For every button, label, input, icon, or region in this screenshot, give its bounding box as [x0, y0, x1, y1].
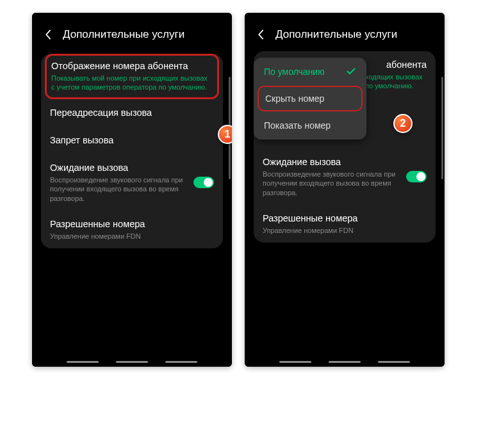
screen-right: Дополнительные услуги абонента ходящих в… — [245, 13, 445, 367]
fixed-item[interactable]: Разрешенные номера Управление номерами F… — [50, 211, 214, 248]
waiting-item[interactable]: Ожидание вызова Воспроизведение звуковог… — [263, 148, 427, 205]
back-icon[interactable] — [255, 29, 266, 40]
page-title: Дополнительные услуги — [63, 28, 184, 41]
forwarding-item[interactable]: Переадресация вызова — [50, 99, 214, 127]
nav-bar — [245, 361, 445, 363]
step-badge-1: 1 — [218, 125, 232, 144]
fixed-title: Разрешенные номера — [263, 212, 427, 225]
nav-recent[interactable] — [279, 361, 311, 363]
nav-back[interactable] — [165, 361, 197, 363]
nav-recent[interactable] — [67, 361, 99, 363]
header: Дополнительные услуги — [245, 13, 445, 51]
fixed-sub: Управление номерами FDN — [263, 226, 427, 235]
step-badge-2: 2 — [393, 114, 413, 133]
waiting-sub: Воспроизведение звукового сигнала при по… — [50, 175, 187, 203]
barring-item[interactable]: Запрет вызова — [50, 127, 214, 154]
caller-id-title: Отображение номера абонента — [51, 60, 213, 72]
waiting-toggle[interactable] — [406, 171, 427, 182]
popup-option-hide[interactable]: Скрыть номер — [258, 86, 363, 111]
caller-id-sub: Показывать мой номер при исходящих вызов… — [51, 74, 213, 92]
waiting-text: Ожидание вызова Воспроизведение звуковог… — [50, 162, 193, 203]
settings-panel: Отображение номера абонента Показывать м… — [41, 54, 223, 248]
waiting-title: Ожидание вызова — [50, 162, 187, 174]
check-icon — [346, 67, 356, 77]
caller-id-popup: По умолчанию Скрыть номер Показать номер — [254, 58, 366, 140]
popup-default-label: По умолчанию — [264, 67, 325, 77]
nav-home[interactable] — [116, 361, 148, 363]
waiting-toggle[interactable] — [193, 177, 214, 188]
phone-right: Дополнительные услуги абонента ходящих в… — [245, 13, 445, 367]
forwarding-title: Переадресация вызова — [50, 107, 214, 119]
content: Отображение номера абонента Показывать м… — [32, 54, 232, 248]
popup-hide-label: Скрыть номер — [265, 93, 324, 104]
popup-option-default[interactable]: По умолчанию — [254, 59, 366, 84]
waiting-item[interactable]: Ожидание вызова Воспроизведение звуковог… — [50, 154, 214, 211]
popup-show-label: Показать номер — [264, 120, 331, 131]
waiting-title: Ожидание вызова — [263, 156, 400, 168]
scrollbar[interactable] — [441, 77, 443, 179]
popup-option-show[interactable]: Показать номер — [254, 113, 366, 138]
waiting-sub: Воспроизведение звукового сигнала при по… — [263, 170, 400, 197]
nav-back[interactable] — [378, 361, 410, 363]
header: Дополнительные услуги — [32, 13, 232, 51]
caller-id-sub-partial: ходящих вызовах по умолчанию. — [365, 72, 427, 91]
caller-id-title-partial: абонента — [365, 59, 427, 71]
barring-title: Запрет вызова — [50, 134, 214, 147]
screen-left: Дополнительные услуги Отображение номера… — [32, 13, 232, 367]
fixed-title: Разрешенные номера — [50, 218, 214, 230]
back-icon[interactable] — [42, 29, 54, 40]
nav-home[interactable] — [329, 361, 361, 363]
phone-left: Дополнительные услуги Отображение номера… — [32, 13, 232, 367]
page-title: Дополнительные услуги — [275, 28, 397, 41]
fixed-sub: Управление номерами FDN — [50, 232, 214, 241]
waiting-text: Ожидание вызова Воспроизведение звуковог… — [263, 156, 406, 197]
nav-bar — [32, 361, 232, 363]
caller-id-item[interactable]: Отображение номера абонента Показывать м… — [45, 54, 219, 99]
fixed-item[interactable]: Разрешенные номера Управление номерами F… — [263, 205, 427, 243]
